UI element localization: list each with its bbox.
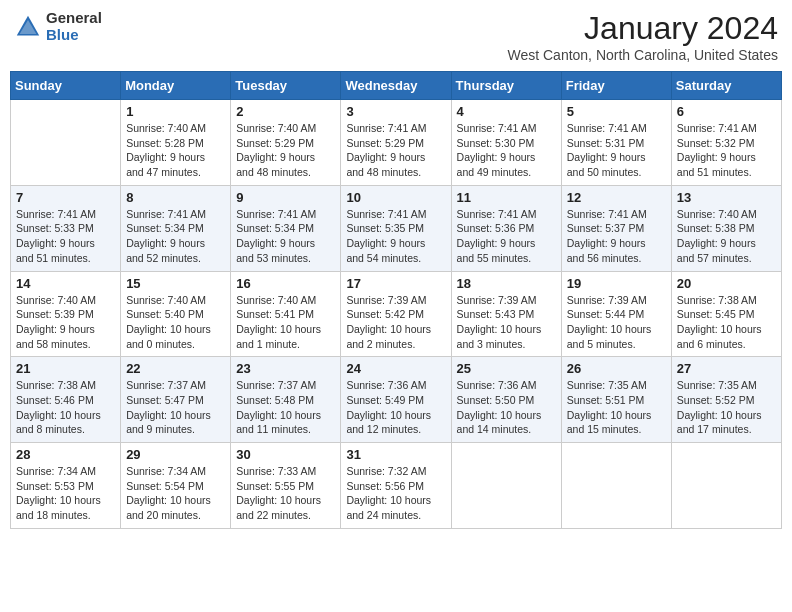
calendar-cell: 11Sunrise: 7:41 AM Sunset: 5:36 PM Dayli…	[451, 185, 561, 271]
day-info: Sunrise: 7:34 AM Sunset: 5:54 PM Dayligh…	[126, 464, 225, 523]
day-info: Sunrise: 7:41 AM Sunset: 5:34 PM Dayligh…	[126, 207, 225, 266]
calendar-cell: 10Sunrise: 7:41 AM Sunset: 5:35 PM Dayli…	[341, 185, 451, 271]
day-info: Sunrise: 7:40 AM Sunset: 5:41 PM Dayligh…	[236, 293, 335, 352]
calendar-cell: 6Sunrise: 7:41 AM Sunset: 5:32 PM Daylig…	[671, 100, 781, 186]
day-info: Sunrise: 7:41 AM Sunset: 5:29 PM Dayligh…	[346, 121, 445, 180]
calendar-cell: 8Sunrise: 7:41 AM Sunset: 5:34 PM Daylig…	[121, 185, 231, 271]
day-info: Sunrise: 7:40 AM Sunset: 5:28 PM Dayligh…	[126, 121, 225, 180]
day-info: Sunrise: 7:39 AM Sunset: 5:44 PM Dayligh…	[567, 293, 666, 352]
day-number: 30	[236, 447, 335, 462]
day-info: Sunrise: 7:41 AM Sunset: 5:30 PM Dayligh…	[457, 121, 556, 180]
day-info: Sunrise: 7:34 AM Sunset: 5:53 PM Dayligh…	[16, 464, 115, 523]
calendar-header-row: SundayMondayTuesdayWednesdayThursdayFrid…	[11, 72, 782, 100]
day-info: Sunrise: 7:40 AM Sunset: 5:40 PM Dayligh…	[126, 293, 225, 352]
calendar-cell	[671, 443, 781, 529]
calendar-cell: 20Sunrise: 7:38 AM Sunset: 5:45 PM Dayli…	[671, 271, 781, 357]
day-number: 4	[457, 104, 556, 119]
day-number: 17	[346, 276, 445, 291]
calendar-cell: 25Sunrise: 7:36 AM Sunset: 5:50 PM Dayli…	[451, 357, 561, 443]
day-header-tuesday: Tuesday	[231, 72, 341, 100]
calendar-cell: 19Sunrise: 7:39 AM Sunset: 5:44 PM Dayli…	[561, 271, 671, 357]
logo-blue-text: Blue	[46, 27, 102, 44]
calendar-table: SundayMondayTuesdayWednesdayThursdayFrid…	[10, 71, 782, 529]
day-number: 15	[126, 276, 225, 291]
calendar-cell: 26Sunrise: 7:35 AM Sunset: 5:51 PM Dayli…	[561, 357, 671, 443]
day-info: Sunrise: 7:41 AM Sunset: 5:33 PM Dayligh…	[16, 207, 115, 266]
day-number: 20	[677, 276, 776, 291]
day-header-monday: Monday	[121, 72, 231, 100]
day-info: Sunrise: 7:35 AM Sunset: 5:52 PM Dayligh…	[677, 378, 776, 437]
day-info: Sunrise: 7:35 AM Sunset: 5:51 PM Dayligh…	[567, 378, 666, 437]
calendar-cell	[561, 443, 671, 529]
day-info: Sunrise: 7:41 AM Sunset: 5:37 PM Dayligh…	[567, 207, 666, 266]
calendar-cell	[451, 443, 561, 529]
day-number: 5	[567, 104, 666, 119]
calendar-cell: 5Sunrise: 7:41 AM Sunset: 5:31 PM Daylig…	[561, 100, 671, 186]
day-number: 7	[16, 190, 115, 205]
calendar-cell: 3Sunrise: 7:41 AM Sunset: 5:29 PM Daylig…	[341, 100, 451, 186]
logo-icon	[14, 13, 42, 41]
calendar-week-row: 21Sunrise: 7:38 AM Sunset: 5:46 PM Dayli…	[11, 357, 782, 443]
day-info: Sunrise: 7:39 AM Sunset: 5:43 PM Dayligh…	[457, 293, 556, 352]
day-info: Sunrise: 7:36 AM Sunset: 5:49 PM Dayligh…	[346, 378, 445, 437]
day-info: Sunrise: 7:41 AM Sunset: 5:34 PM Dayligh…	[236, 207, 335, 266]
calendar-cell: 29Sunrise: 7:34 AM Sunset: 5:54 PM Dayli…	[121, 443, 231, 529]
month-title: January 2024	[507, 10, 778, 47]
day-number: 22	[126, 361, 225, 376]
day-number: 13	[677, 190, 776, 205]
calendar-week-row: 1Sunrise: 7:40 AM Sunset: 5:28 PM Daylig…	[11, 100, 782, 186]
calendar-cell: 13Sunrise: 7:40 AM Sunset: 5:38 PM Dayli…	[671, 185, 781, 271]
day-info: Sunrise: 7:36 AM Sunset: 5:50 PM Dayligh…	[457, 378, 556, 437]
day-info: Sunrise: 7:32 AM Sunset: 5:56 PM Dayligh…	[346, 464, 445, 523]
day-header-thursday: Thursday	[451, 72, 561, 100]
calendar-cell: 16Sunrise: 7:40 AM Sunset: 5:41 PM Dayli…	[231, 271, 341, 357]
day-number: 16	[236, 276, 335, 291]
day-number: 26	[567, 361, 666, 376]
calendar-cell: 18Sunrise: 7:39 AM Sunset: 5:43 PM Dayli…	[451, 271, 561, 357]
calendar-cell: 24Sunrise: 7:36 AM Sunset: 5:49 PM Dayli…	[341, 357, 451, 443]
day-info: Sunrise: 7:37 AM Sunset: 5:48 PM Dayligh…	[236, 378, 335, 437]
day-header-saturday: Saturday	[671, 72, 781, 100]
day-header-sunday: Sunday	[11, 72, 121, 100]
calendar-cell: 2Sunrise: 7:40 AM Sunset: 5:29 PM Daylig…	[231, 100, 341, 186]
day-header-wednesday: Wednesday	[341, 72, 451, 100]
day-header-friday: Friday	[561, 72, 671, 100]
calendar-cell: 1Sunrise: 7:40 AM Sunset: 5:28 PM Daylig…	[121, 100, 231, 186]
day-number: 9	[236, 190, 335, 205]
day-info: Sunrise: 7:37 AM Sunset: 5:47 PM Dayligh…	[126, 378, 225, 437]
calendar-cell: 22Sunrise: 7:37 AM Sunset: 5:47 PM Dayli…	[121, 357, 231, 443]
calendar-cell: 12Sunrise: 7:41 AM Sunset: 5:37 PM Dayli…	[561, 185, 671, 271]
logo-general-text: General	[46, 10, 102, 27]
calendar-cell: 15Sunrise: 7:40 AM Sunset: 5:40 PM Dayli…	[121, 271, 231, 357]
day-number: 1	[126, 104, 225, 119]
calendar-cell: 30Sunrise: 7:33 AM Sunset: 5:55 PM Dayli…	[231, 443, 341, 529]
calendar-cell: 17Sunrise: 7:39 AM Sunset: 5:42 PM Dayli…	[341, 271, 451, 357]
day-info: Sunrise: 7:39 AM Sunset: 5:42 PM Dayligh…	[346, 293, 445, 352]
location: West Canton, North Carolina, United Stat…	[507, 47, 778, 63]
day-number: 10	[346, 190, 445, 205]
day-info: Sunrise: 7:40 AM Sunset: 5:38 PM Dayligh…	[677, 207, 776, 266]
day-info: Sunrise: 7:40 AM Sunset: 5:39 PM Dayligh…	[16, 293, 115, 352]
page-header: General Blue January 2024 West Canton, N…	[10, 10, 782, 63]
day-number: 27	[677, 361, 776, 376]
day-info: Sunrise: 7:41 AM Sunset: 5:35 PM Dayligh…	[346, 207, 445, 266]
calendar-cell: 23Sunrise: 7:37 AM Sunset: 5:48 PM Dayli…	[231, 357, 341, 443]
title-block: January 2024 West Canton, North Carolina…	[507, 10, 778, 63]
calendar-week-row: 14Sunrise: 7:40 AM Sunset: 5:39 PM Dayli…	[11, 271, 782, 357]
day-number: 19	[567, 276, 666, 291]
day-info: Sunrise: 7:41 AM Sunset: 5:36 PM Dayligh…	[457, 207, 556, 266]
day-number: 6	[677, 104, 776, 119]
day-number: 12	[567, 190, 666, 205]
day-number: 21	[16, 361, 115, 376]
day-number: 31	[346, 447, 445, 462]
day-number: 11	[457, 190, 556, 205]
calendar-week-row: 28Sunrise: 7:34 AM Sunset: 5:53 PM Dayli…	[11, 443, 782, 529]
calendar-cell: 4Sunrise: 7:41 AM Sunset: 5:30 PM Daylig…	[451, 100, 561, 186]
calendar-cell: 28Sunrise: 7:34 AM Sunset: 5:53 PM Dayli…	[11, 443, 121, 529]
calendar-cell: 27Sunrise: 7:35 AM Sunset: 5:52 PM Dayli…	[671, 357, 781, 443]
day-info: Sunrise: 7:38 AM Sunset: 5:46 PM Dayligh…	[16, 378, 115, 437]
day-info: Sunrise: 7:41 AM Sunset: 5:32 PM Dayligh…	[677, 121, 776, 180]
day-info: Sunrise: 7:41 AM Sunset: 5:31 PM Dayligh…	[567, 121, 666, 180]
day-number: 24	[346, 361, 445, 376]
calendar-cell: 14Sunrise: 7:40 AM Sunset: 5:39 PM Dayli…	[11, 271, 121, 357]
